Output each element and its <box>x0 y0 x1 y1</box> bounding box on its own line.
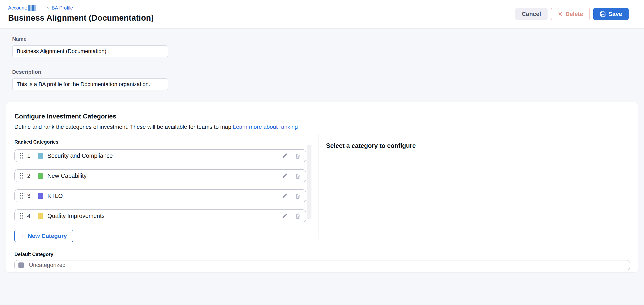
category-rank: 4 <box>24 213 34 219</box>
categories-section-title: Configure Investment Categories <box>14 113 630 120</box>
category-rank: 3 <box>24 193 34 199</box>
drag-handle-icon[interactable] <box>19 212 24 220</box>
category-row-quality-improvements[interactable]: 4 Quality Improvements <box>14 209 306 222</box>
category-name: New Capability <box>48 173 86 179</box>
breadcrumb-chevron-icon: › <box>47 5 49 11</box>
category-name: KTLO <box>48 193 63 199</box>
delete-button-label: Delete <box>565 11 583 17</box>
edit-category-button[interactable] <box>282 152 288 159</box>
page-header: Account: › BA Profile Business Alignment… <box>0 0 644 28</box>
category-color-swatch <box>38 153 43 159</box>
delete-category-button[interactable] <box>294 172 301 179</box>
name-label: Name <box>12 36 644 42</box>
default-category-row[interactable]: Uncategorized <box>14 260 630 270</box>
name-field-group: Name <box>12 36 644 57</box>
drag-handle-icon[interactable] <box>19 172 24 180</box>
subtitle-text: Define and rank the categories of invest… <box>14 124 233 130</box>
new-category-button[interactable]: + New Category <box>14 230 73 242</box>
cancel-button[interactable]: Cancel <box>515 8 548 20</box>
header-actions: Cancel ✕ Delete Save <box>515 8 628 20</box>
description-field-group: Description <box>12 69 644 90</box>
description-input[interactable] <box>12 78 168 90</box>
main-content: Name Description Configure Investment Ca… <box>0 28 644 272</box>
description-label: Description <box>12 69 644 75</box>
edit-category-button[interactable] <box>282 212 288 219</box>
category-rank: 2 <box>24 173 34 179</box>
delete-x-icon: ✕ <box>558 11 562 17</box>
category-name: Quality Improvements <box>48 213 104 219</box>
save-button[interactable]: Save <box>593 8 628 20</box>
name-input[interactable] <box>12 45 168 57</box>
new-category-label: New Category <box>28 233 67 239</box>
panel-divider <box>318 134 319 239</box>
drag-handle-icon[interactable] <box>19 192 24 200</box>
configure-categories-card: Configure Investment Categories Define a… <box>6 102 638 272</box>
category-row-security-and-compliance[interactable]: 1 Security and Compliance <box>14 149 306 162</box>
profile-form: Name Description <box>0 28 644 90</box>
edit-category-button[interactable] <box>282 192 288 199</box>
category-rank: 1 <box>24 152 34 159</box>
breadcrumb-ba-profile-link[interactable]: BA Profile <box>52 5 73 11</box>
redacted-account-name <box>28 5 36 11</box>
drag-handle-icon[interactable] <box>19 152 24 160</box>
category-color-swatch <box>38 173 43 179</box>
category-name: Security and Compliance <box>48 152 113 159</box>
save-floppy-icon <box>600 11 606 17</box>
default-category-label: Default Category <box>14 252 630 257</box>
breadcrumb-account-link[interactable]: Account: <box>8 5 27 11</box>
plus-icon: + <box>21 233 25 239</box>
learn-more-ranking-link[interactable]: Learn more about ranking <box>233 124 298 130</box>
category-color-swatch <box>38 213 43 219</box>
delete-category-button[interactable] <box>294 212 301 219</box>
edit-category-button[interactable] <box>282 172 288 179</box>
save-button-label: Save <box>608 11 622 17</box>
category-color-swatch <box>38 193 43 199</box>
category-row-ktlo[interactable]: 3 KTLO <box>14 189 306 202</box>
category-config-empty-state: Select a category to configure <box>326 142 416 149</box>
ranked-categories-label: Ranked Categories <box>14 139 630 145</box>
default-category-name: Uncategorized <box>29 262 66 268</box>
categories-section-subtitle: Define and rank the categories of invest… <box>14 124 630 130</box>
delete-button[interactable]: ✕ Delete <box>551 8 590 20</box>
ranked-categories-list: 1 Security and Compliance 2 <box>14 149 306 222</box>
category-row-new-capability[interactable]: 2 New Capability <box>14 169 306 182</box>
delete-category-button[interactable] <box>294 152 301 159</box>
delete-category-button[interactable] <box>294 192 301 199</box>
categories-scrollbar[interactable] <box>306 145 312 219</box>
default-category-color-swatch <box>18 263 24 268</box>
